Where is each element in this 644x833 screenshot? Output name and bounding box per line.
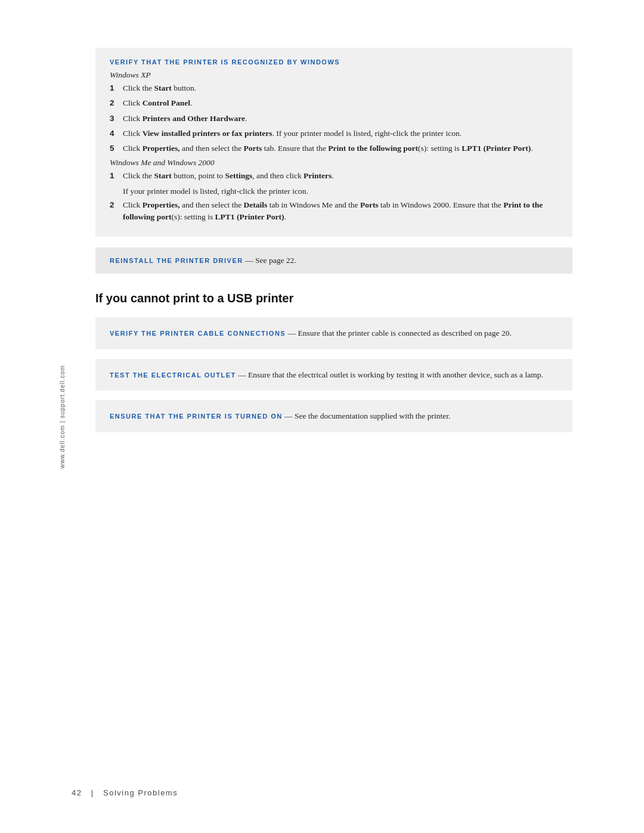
- step-content: Click Properties, and then select the De…: [123, 199, 558, 224]
- ensure-on-box: Ensure that the printer is turned on — S…: [95, 400, 572, 432]
- step-num: 2: [110, 97, 120, 109]
- step-content: Click Properties, and then select the Po…: [123, 143, 558, 154]
- test-outlet-dash: —: [238, 370, 248, 379]
- reinstall-heading: Reinstall the printer driver: [110, 257, 243, 264]
- step-content: Click the Start button, point to Setting…: [123, 170, 558, 182]
- footer: 42 | Solving Problems: [72, 788, 572, 797]
- me-step-2: 2 Click Properties, and then select the …: [110, 199, 558, 224]
- ensure-on-body: See the documentation supplied with the …: [295, 411, 450, 420]
- sidebar-text: www.dell.com | support.dell.com: [59, 365, 66, 469]
- page-container: www.dell.com | support.dell.com Verify t…: [0, 0, 644, 833]
- test-outlet-box: Test the electrical outlet — Ensure that…: [95, 359, 572, 391]
- me-step-1-sub: If your printer model is listed, right-c…: [110, 185, 558, 197]
- xp-step-5: 5 Click Properties, and then select the …: [110, 143, 558, 154]
- step-num: 5: [110, 143, 120, 154]
- main-content: Verify that the printer is recognized by…: [95, 48, 572, 432]
- test-outlet-body: Ensure that the electrical outlet is wor…: [248, 370, 543, 379]
- verify-cable-body: Ensure that the printer cable is connect…: [298, 329, 511, 337]
- windows-me-label: Windows Me and Windows 2000: [110, 158, 558, 168]
- step-num: 1: [110, 82, 120, 94]
- verify-cable-dash: —: [288, 329, 298, 337]
- xp-step-3: 3 Click Printers and Other Hardware.: [110, 113, 558, 125]
- reinstall-dash: —: [245, 256, 255, 265]
- step-num: 3: [110, 113, 120, 125]
- xp-step-4: 4 Click View installed printers or fax p…: [110, 128, 558, 140]
- reinstall-box: Reinstall the printer driver — See page …: [95, 247, 572, 274]
- step-content: Click the Start button.: [123, 82, 558, 94]
- step-num: 1: [110, 170, 120, 182]
- windows-xp-label: Windows XP: [110, 70, 558, 80]
- step-content: Click View installed printers or fax pri…: [123, 128, 558, 140]
- step-num: 4: [110, 128, 120, 140]
- page-number: 42: [72, 788, 82, 797]
- verify-windows-box: Verify that the printer is recognized by…: [95, 48, 572, 237]
- ensure-on-heading: Ensure that the printer is turned on: [110, 413, 283, 420]
- verify-cable-box: Verify the printer cable connections — E…: [95, 317, 572, 349]
- xp-step-2: 2 Click Control Panel.: [110, 97, 558, 109]
- footer-label: Solving Problems: [103, 788, 178, 797]
- test-outlet-heading: Test the electrical outlet: [110, 371, 236, 379]
- verify-cable-heading: Verify the printer cable connections: [110, 330, 286, 337]
- step-num: 2: [110, 199, 120, 224]
- xp-step-1: 1 Click the Start button.: [110, 82, 558, 94]
- me-step-1: 1 Click the Start button, point to Setti…: [110, 170, 558, 182]
- step-content: Click Printers and Other Hardware.: [123, 113, 558, 125]
- footer-separator: |: [85, 788, 103, 797]
- verify-windows-heading: Verify that the printer is recognized by…: [110, 58, 558, 66]
- ensure-on-dash: —: [284, 411, 295, 420]
- reinstall-body: See page 22.: [255, 256, 296, 265]
- usb-section-heading: If you cannot print to a USB printer: [95, 292, 572, 305]
- step-content: Click Control Panel.: [123, 97, 558, 109]
